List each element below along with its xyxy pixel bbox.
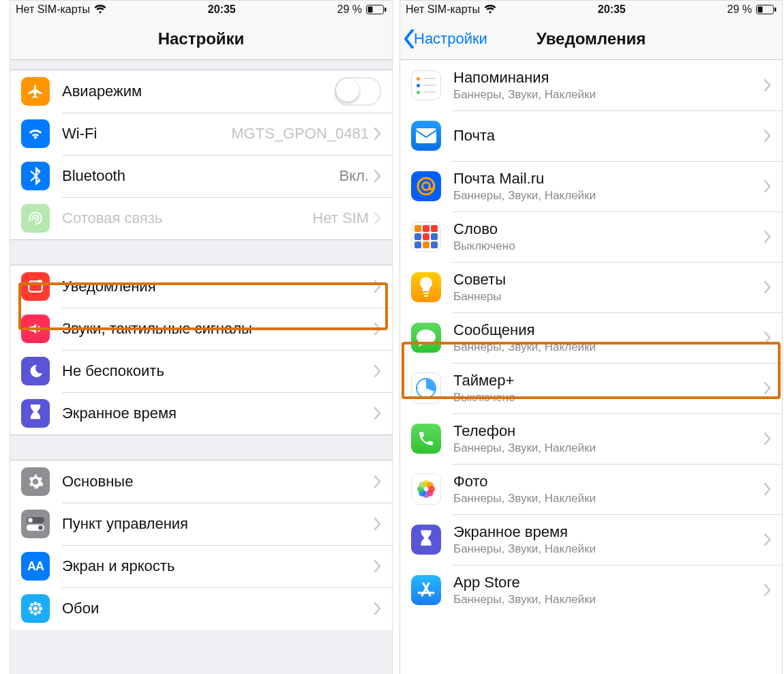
status-bar: Нет SIM-карты 20:35 29 % xyxy=(400,1,782,18)
status-bar: Нет SIM-карты 20:35 29 % xyxy=(10,1,392,18)
page-title: Настройки xyxy=(158,29,245,48)
app-row-screentime[interactable]: Экранное времяБаннеры, Звуки, Наклейки xyxy=(400,514,782,565)
svg-point-14 xyxy=(39,606,42,610)
svg-point-11 xyxy=(33,602,37,605)
settings-group-general: Основные Пункт управления AA Экран и ярк… xyxy=(10,460,392,630)
row-do-not-disturb[interactable]: Не беспокоить xyxy=(10,350,392,392)
svg-rect-2 xyxy=(385,8,387,12)
app-name: Телефон xyxy=(453,422,764,439)
app-name: Фото xyxy=(453,473,764,490)
row-display-brightness[interactable]: AA Экран и яркость xyxy=(10,545,392,587)
app-row-timer[interactable]: Таймер+Выключено xyxy=(400,363,782,413)
page-title: Уведомления xyxy=(537,29,646,48)
chevron-right-icon xyxy=(374,602,381,615)
chevron-right-icon xyxy=(764,433,771,445)
svg-rect-22 xyxy=(416,128,436,143)
svg-point-23 xyxy=(418,178,434,194)
chevron-right-icon xyxy=(764,533,771,546)
row-label: Не беспокоить xyxy=(62,362,374,379)
app-row-tips[interactable]: СоветыБаннеры xyxy=(400,262,782,312)
app-subtitle: Баннеры, Звуки, Наклейки xyxy=(453,88,764,102)
row-airplane-mode[interactable]: Авиарежим xyxy=(10,70,392,113)
row-label: Пункт управления xyxy=(62,515,374,532)
app-name: Советы xyxy=(453,271,764,288)
clock-label: 20:35 xyxy=(208,3,236,16)
svg-point-5 xyxy=(37,280,42,284)
airplane-icon xyxy=(21,77,50,106)
row-notifications[interactable]: Уведомления xyxy=(10,265,392,308)
chevron-right-icon xyxy=(764,231,771,243)
row-label: Wi-Fi xyxy=(62,125,231,142)
svg-rect-1 xyxy=(367,7,372,13)
row-sounds[interactable]: Звуки, тактильные сигналы xyxy=(10,308,392,350)
chevron-right-icon xyxy=(374,475,381,488)
svg-point-7 xyxy=(28,518,33,523)
chevron-right-icon xyxy=(764,382,771,394)
chevron-right-icon xyxy=(764,79,771,91)
row-value: Вкл. xyxy=(340,167,370,185)
app-name: Напоминания xyxy=(453,69,764,86)
row-wallpaper[interactable]: Обои xyxy=(10,587,392,630)
sounds-icon xyxy=(21,314,50,343)
app-subtitle: Баннеры, Звуки, Наклейки xyxy=(453,340,764,354)
row-cellular[interactable]: Сотовая связь Нет SIM xyxy=(10,197,392,239)
svg-point-37 xyxy=(419,482,425,488)
screentime-icon xyxy=(411,525,441,555)
app-row-photos[interactable]: ФотоБаннеры, Звуки, Наклейки xyxy=(400,464,782,514)
svg-point-10 xyxy=(33,606,38,611)
app-row-mail[interactable]: Почта xyxy=(400,111,782,161)
app-name: Таймер+ xyxy=(453,372,764,389)
app-row-phone[interactable]: ТелефонБаннеры, Звуки, Наклейки xyxy=(400,413,782,464)
row-screen-time[interactable]: Экранное время xyxy=(10,392,392,435)
mail-icon xyxy=(411,121,441,151)
app-name: Слово xyxy=(453,220,764,237)
app-row-appstore[interactable]: App StoreБаннеры, Звуки, Наклейки xyxy=(400,565,782,615)
chevron-right-icon xyxy=(374,212,381,224)
row-label: Bluetooth xyxy=(62,167,340,184)
carrier-label: Нет SIM-карты xyxy=(406,3,480,16)
row-general[interactable]: Основные xyxy=(10,460,392,503)
app-subtitle: Выключено xyxy=(453,239,764,253)
row-label: Звуки, тактильные сигналы xyxy=(62,320,374,337)
battery-pct-label: 29 % xyxy=(727,3,752,16)
carrier-label: Нет SIM-карты xyxy=(16,3,90,16)
chevron-right-icon xyxy=(764,332,771,344)
app-row-slovo[interactable]: СловоВыключено xyxy=(400,211,782,262)
svg-point-16 xyxy=(37,603,41,606)
svg-point-15 xyxy=(30,603,33,606)
row-label: Уведомления xyxy=(62,278,374,295)
chevron-right-icon xyxy=(374,365,381,377)
row-wifi[interactable]: Wi-Fi MGTS_GPON_0481 xyxy=(10,113,392,155)
svg-point-17 xyxy=(30,611,33,614)
aa-icon: AA xyxy=(21,552,50,581)
row-value: Нет SIM xyxy=(312,209,369,227)
row-control-center[interactable]: Пункт управления xyxy=(10,503,392,545)
app-subtitle: Баннеры, Звуки, Наклейки xyxy=(453,492,764,506)
chevron-right-icon xyxy=(764,130,771,142)
wifi-icon xyxy=(484,5,496,14)
battery-icon xyxy=(756,5,777,14)
app-row-mailru[interactable]: Почта Mail.ruБаннеры, Звуки, Наклейки xyxy=(400,161,782,211)
app-row-messages[interactable]: СообщенияБаннеры, Звуки, Наклейки xyxy=(400,312,782,363)
row-label: Экранное время xyxy=(62,405,374,422)
row-label: Основные xyxy=(62,473,374,490)
notifications-screen: Нет SIM-карты 20:35 29 % Настройки Уведо… xyxy=(399,0,783,674)
app-name: App Store xyxy=(453,574,764,591)
app-row-reminders[interactable]: НапоминанияБаннеры, Звуки, Наклейки xyxy=(400,60,782,111)
airplane-toggle[interactable] xyxy=(335,77,381,106)
row-value: MGTS_GPON_0481 xyxy=(231,125,369,143)
chevron-right-icon xyxy=(374,170,381,182)
chevron-right-icon xyxy=(374,323,381,335)
app-name: Экранное время xyxy=(453,523,764,540)
reminders-icon xyxy=(411,70,441,100)
wifi-icon xyxy=(21,119,50,148)
nav-bar: Настройки Уведомления xyxy=(400,18,782,60)
back-button[interactable]: Настройки xyxy=(403,18,487,59)
phone-icon xyxy=(411,424,441,454)
slovo-icon xyxy=(411,222,441,252)
row-bluetooth[interactable]: Bluetooth Вкл. xyxy=(10,155,392,197)
row-label: Экран и яркость xyxy=(62,557,374,574)
chevron-right-icon xyxy=(374,560,381,572)
chevron-right-icon xyxy=(374,518,381,530)
photos-icon xyxy=(411,474,441,504)
